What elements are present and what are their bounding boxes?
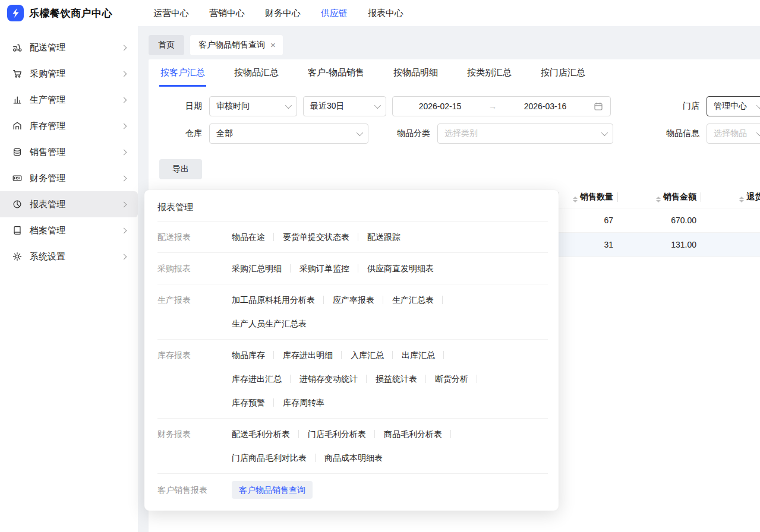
cart-icon bbox=[12, 68, 23, 79]
sidebar-item-finance[interactable]: 财务管理 bbox=[0, 165, 138, 191]
end-date-input[interactable]: 2026-03-16 bbox=[505, 102, 585, 111]
gear-icon bbox=[12, 251, 23, 262]
report-link[interactable]: 物品在途 bbox=[232, 225, 274, 249]
report-link[interactable]: 库存周转率 bbox=[283, 391, 324, 414]
report-link[interactable]: 加工品原料耗用分析表 bbox=[232, 288, 324, 312]
date-preset-select[interactable]: 最近30日 bbox=[303, 96, 386, 116]
close-icon[interactable]: × bbox=[270, 40, 276, 49]
popup-section-delivery: 配送报表 物品在途要货单提交状态表配送跟踪 bbox=[157, 221, 548, 253]
tab-store-summary[interactable]: 按门店汇总 bbox=[540, 60, 586, 87]
chevron-down-icon bbox=[285, 102, 292, 109]
nav-finance[interactable]: 财务中心 bbox=[265, 8, 301, 19]
chevron-down-icon bbox=[756, 102, 760, 109]
chevron-right-icon bbox=[121, 201, 127, 207]
brand-name: 乐檬餐饮商户中心 bbox=[29, 7, 112, 20]
sidebar: 配送管理 采购管理 生产管理 库存管理 销售管理 财务管理 bbox=[0, 26, 138, 532]
popup-section-inventory: 库存报表 物品库存库存进出明细入库汇总出库汇总库存进出汇总进销存变动统计损益统计… bbox=[157, 340, 548, 419]
chevron-down-icon bbox=[357, 129, 363, 136]
sidebar-item-settings[interactable]: 系统设置 bbox=[0, 243, 138, 270]
report-link[interactable]: 商品毛利分析表 bbox=[384, 422, 451, 446]
report-link[interactable]: 损益统计表 bbox=[376, 367, 426, 391]
report-link[interactable]: 生产汇总表 bbox=[392, 288, 443, 312]
warehouse-select[interactable]: 全部 bbox=[209, 124, 368, 144]
date-label: 日期 bbox=[149, 101, 202, 112]
nav-marketing[interactable]: 营销中心 bbox=[209, 8, 245, 19]
col-sales-amount[interactable]: 销售金额 bbox=[618, 186, 701, 208]
view-tabs: 按客户汇总 按物品汇总 客户-物品销售 按物品明细 按类别汇总 按门店汇总 bbox=[149, 59, 760, 87]
report-link[interactable]: 库存预警 bbox=[232, 391, 274, 414]
tab-category-summary[interactable]: 按类别汇总 bbox=[466, 60, 513, 87]
col-sales-qty[interactable]: 销售数量 bbox=[559, 186, 618, 208]
sidebar-item-production[interactable]: 生产管理 bbox=[0, 87, 138, 113]
warehouse-icon bbox=[12, 121, 23, 131]
report-link[interactable]: 商品成本明细表 bbox=[324, 446, 383, 470]
app-logo-icon bbox=[7, 5, 24, 21]
calendar-icon[interactable] bbox=[594, 102, 603, 111]
sidebar-item-purchase[interactable]: 采购管理 bbox=[0, 61, 138, 87]
report-link[interactable]: 要货单提交状态表 bbox=[283, 225, 358, 249]
sidebar-item-delivery[interactable]: 配送管理 bbox=[0, 34, 138, 61]
popup-section-production: 生产报表 加工品原料耗用分析表应产率报表生产汇总表生产人员生产汇总表 bbox=[157, 284, 548, 340]
sidebar-item-reports[interactable]: 报表管理 bbox=[0, 191, 138, 217]
chevron-right-icon bbox=[121, 123, 127, 129]
topbar: 乐檬餐饮商户中心 运营中心 营销中心 财务中心 供应链 报表中心 bbox=[0, 0, 760, 26]
start-date-input[interactable]: 2026-02-15 bbox=[400, 102, 480, 111]
export-button[interactable]: 导出 bbox=[159, 159, 202, 179]
report-link[interactable]: 配送跟踪 bbox=[367, 225, 401, 249]
report-link[interactable]: 入库汇总 bbox=[351, 343, 393, 367]
report-icon bbox=[12, 199, 23, 210]
report-menu-popup: 报表管理 配送报表 物品在途要货单提交状态表配送跟踪 采购报表 采购汇总明细采购… bbox=[144, 190, 559, 511]
chevron-right-icon bbox=[121, 254, 127, 259]
popup-section-finance: 财务报表 配送毛利分析表门店毛利分析表商品毛利分析表门店商品毛利对比表商品成本明… bbox=[157, 419, 548, 474]
nav-reports[interactable]: 报表中心 bbox=[368, 8, 403, 19]
report-link[interactable]: 库存进出汇总 bbox=[232, 367, 291, 391]
tab-item-detail[interactable]: 按物品明细 bbox=[392, 60, 439, 87]
report-link[interactable]: 供应商直发明细表 bbox=[367, 256, 434, 280]
tab-customer-summary[interactable]: 按客户汇总 bbox=[159, 60, 206, 87]
tab-customer-item-sales[interactable]: 客户-物品销售 bbox=[307, 60, 365, 87]
report-link[interactable]: 采购汇总明细 bbox=[232, 256, 291, 280]
date-field-select[interactable]: 审核时间 bbox=[209, 96, 297, 116]
report-link-current[interactable]: 客户物品销售查询 bbox=[232, 481, 313, 499]
report-link[interactable]: 配送毛利分析表 bbox=[232, 422, 299, 446]
scooter-icon bbox=[12, 42, 23, 53]
report-link[interactable]: 断货分析 bbox=[435, 367, 477, 391]
top-nav: 运营中心 营销中心 财务中心 供应链 报表中心 bbox=[153, 8, 403, 19]
breadcrumb-active-tab[interactable]: 客户物品销售查询 × bbox=[190, 35, 283, 55]
report-link[interactable]: 库存进出明细 bbox=[283, 343, 342, 367]
popup-title: 报表管理 bbox=[157, 198, 548, 221]
report-link[interactable]: 生产人员生产汇总表 bbox=[232, 312, 307, 335]
sidebar-item-inventory[interactable]: 库存管理 bbox=[0, 113, 138, 139]
sort-icon bbox=[739, 197, 744, 202]
brand[interactable]: 乐檬餐饮商户中心 bbox=[0, 5, 134, 21]
sort-icon bbox=[573, 197, 578, 202]
sidebar-item-sales[interactable]: 销售管理 bbox=[0, 139, 138, 165]
chevron-down-icon bbox=[374, 102, 381, 109]
range-arrow-icon: → bbox=[488, 102, 497, 111]
report-link[interactable]: 采购订单监控 bbox=[299, 256, 358, 280]
bar-chart-icon bbox=[12, 94, 23, 105]
breadcrumb-home[interactable]: 首页 bbox=[149, 35, 184, 55]
col-return-qty[interactable]: 退货数量 bbox=[701, 186, 760, 208]
nav-operation[interactable]: 运营中心 bbox=[153, 8, 189, 19]
report-link[interactable]: 物品库存 bbox=[232, 343, 274, 367]
banknote-icon bbox=[12, 173, 23, 183]
chevron-down-icon bbox=[756, 129, 760, 136]
item-select[interactable]: 选择物品 bbox=[707, 124, 760, 144]
tab-item-summary[interactable]: 按物品汇总 bbox=[233, 60, 280, 87]
sidebar-item-archives[interactable]: 档案管理 bbox=[0, 217, 138, 243]
date-range-picker[interactable]: 2026-02-15 → 2026-03-16 bbox=[392, 96, 611, 116]
warehouse-label: 仓库 bbox=[149, 128, 202, 139]
report-link[interactable]: 门店毛利分析表 bbox=[308, 422, 375, 446]
category-label: 物品分类 bbox=[397, 128, 430, 139]
report-link[interactable]: 门店商品毛利对比表 bbox=[232, 446, 316, 470]
chevron-right-icon bbox=[121, 97, 127, 103]
nav-supply-chain[interactable]: 供应链 bbox=[321, 8, 348, 19]
store-select[interactable]: 管理中心 bbox=[707, 96, 760, 116]
coins-icon bbox=[12, 147, 23, 157]
category-select[interactable]: 选择类别 bbox=[437, 124, 613, 144]
report-link[interactable]: 出库汇总 bbox=[402, 343, 444, 367]
report-link[interactable]: 应产率报表 bbox=[333, 288, 383, 312]
breadcrumb: 首页 客户物品销售查询 × bbox=[138, 26, 760, 57]
report-link[interactable]: 进销存变动统计 bbox=[299, 367, 367, 391]
